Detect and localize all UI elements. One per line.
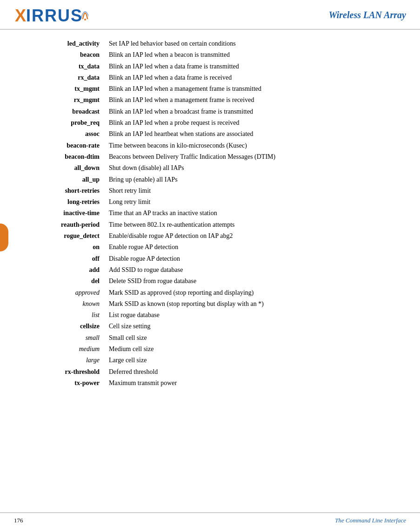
command-name: broadcast bbox=[14, 106, 107, 117]
command-description: Enable/disable rogue AP detection on IAP… bbox=[107, 230, 406, 242]
command-description: Shut down (disable) all IAPs bbox=[107, 162, 406, 174]
command-name: inactive-time bbox=[14, 208, 107, 219]
command-name: rx_data bbox=[14, 72, 107, 83]
table-row: onEnable rogue AP detection bbox=[14, 242, 406, 253]
svg-point-2 bbox=[84, 19, 86, 20]
table-row: reauth-periodTime between 802.1x re-auth… bbox=[14, 219, 406, 230]
command-name: approved bbox=[14, 287, 107, 298]
logo-area: X IRRUS bbox=[14, 5, 88, 25]
command-name: assoc bbox=[14, 129, 107, 140]
command-description: Blink an IAP led when a data frame is tr… bbox=[107, 61, 406, 72]
command-description: Blink an IAP led when a data frame is re… bbox=[107, 72, 406, 83]
command-name: beacon-dtim bbox=[14, 151, 107, 162]
command-name: rx_mgmt bbox=[14, 95, 107, 106]
table-row: rx_dataBlink an IAP led when a data fram… bbox=[14, 72, 406, 83]
command-name: cellsize bbox=[14, 321, 107, 332]
logo: X IRRUS bbox=[14, 5, 88, 25]
command-description: Blink an IAP led when a probe request is… bbox=[107, 117, 406, 129]
command-name: add bbox=[14, 264, 107, 276]
command-name: probe_req bbox=[14, 117, 107, 129]
command-description: Small cell size bbox=[107, 332, 406, 344]
table-row: rogue_detectEnable/disable rogue AP dete… bbox=[14, 230, 406, 242]
table-row: smallSmall cell size bbox=[14, 332, 406, 344]
table-row: short-retriesShort retry limit bbox=[14, 185, 406, 196]
table-row: knownMark SSID as known (stop reporting … bbox=[14, 298, 406, 310]
command-name: short-retries bbox=[14, 185, 107, 196]
page-number: 176 bbox=[14, 517, 23, 524]
command-name: led_activity bbox=[14, 38, 107, 49]
table-row: mediumMedium cell size bbox=[14, 344, 406, 355]
command-name: beacon-rate bbox=[14, 140, 107, 151]
command-name: off bbox=[14, 253, 107, 264]
command-description: Delete SSID from rogue database bbox=[107, 276, 406, 287]
svg-text:X: X bbox=[15, 6, 26, 25]
command-description: Set IAP led behavior based on certain co… bbox=[107, 38, 406, 49]
command-description: Cell size setting bbox=[107, 321, 406, 332]
command-description: Bring up (enable) all IAPs bbox=[107, 174, 406, 185]
table-row: assocBlink an IAP led heartbeat when sta… bbox=[14, 129, 406, 140]
table-row: broadcastBlink an IAP led when a broadca… bbox=[14, 106, 406, 117]
table-row: cellsizeCell size setting bbox=[14, 321, 406, 332]
command-name: tx-power bbox=[14, 378, 107, 389]
command-name: reauth-period bbox=[14, 219, 107, 230]
command-name: del bbox=[14, 276, 107, 287]
command-description: Mark SSID as known (stop reporting but d… bbox=[107, 298, 406, 310]
command-name: all_up bbox=[14, 174, 107, 185]
table-row: approvedMark SSID as approved (stop repo… bbox=[14, 287, 406, 298]
table-row: rx-thresholdDeferred threshold bbox=[14, 366, 406, 378]
command-description: Time that an AP tracks an inactive stati… bbox=[107, 208, 406, 219]
table-row: tx_mgmtBlink an IAP led when a managemen… bbox=[14, 83, 406, 95]
command-description: Blink an IAP led when a broadcast frame … bbox=[107, 106, 406, 117]
command-description: Beacons between Delivery Traffic Indicat… bbox=[107, 151, 406, 162]
command-description: Disable rogue AP detection bbox=[107, 253, 406, 264]
table-row: inactive-timeTime that an AP tracks an i… bbox=[14, 208, 406, 219]
page-footer: 176 The Command Line Interface bbox=[0, 512, 420, 528]
side-tab bbox=[0, 223, 8, 251]
table-row: largeLarge cell size bbox=[14, 355, 406, 366]
command-description: Deferred threshold bbox=[107, 366, 406, 378]
command-description: Blink an IAP led when a management frame… bbox=[107, 83, 406, 95]
command-description: Blink an IAP led when a beacon is transm… bbox=[107, 49, 406, 61]
command-name: long-retries bbox=[14, 196, 107, 208]
svg-text:IRRUS: IRRUS bbox=[26, 6, 83, 25]
table-row: listList rogue database bbox=[14, 310, 406, 321]
command-name: large bbox=[14, 355, 107, 366]
table-row: probe_reqBlink an IAP led when a probe r… bbox=[14, 117, 406, 129]
command-description: Maximum transmit power bbox=[107, 378, 406, 389]
command-name: on bbox=[14, 242, 107, 253]
command-description: Blink an IAP led heartbeat when stations… bbox=[107, 129, 406, 140]
command-description: Enable rogue AP detection bbox=[107, 242, 406, 253]
command-description: Time between 802.1x re-authentication at… bbox=[107, 219, 406, 230]
table-row: tx_dataBlink an IAP led when a data fram… bbox=[14, 61, 406, 72]
footer-section-title: The Command Line Interface bbox=[335, 517, 406, 524]
page-title: Wireless LAN Array bbox=[329, 10, 406, 20]
command-name: tx_mgmt bbox=[14, 83, 107, 95]
table-row: beaconBlink an IAP led when a beacon is … bbox=[14, 49, 406, 61]
command-description: List rogue database bbox=[107, 310, 406, 321]
command-description: Time between beacons in kilo-microsecond… bbox=[107, 140, 406, 151]
command-description: Large cell size bbox=[107, 355, 406, 366]
table-row: beacon-dtimBeacons between Delivery Traf… bbox=[14, 151, 406, 162]
main-content: led_activitySet IAP led behavior based o… bbox=[0, 30, 420, 417]
command-name: rogue_detect bbox=[14, 230, 107, 242]
table-row: offDisable rogue AP detection bbox=[14, 253, 406, 264]
command-name: small bbox=[14, 332, 107, 344]
table-row: long-retriesLong retry limit bbox=[14, 196, 406, 208]
table-row: beacon-rateTime between beacons in kilo-… bbox=[14, 140, 406, 151]
command-description: Medium cell size bbox=[107, 344, 406, 355]
page-header: X IRRUS Wireless LAN Array bbox=[0, 0, 420, 30]
table-row: all_downShut down (disable) all IAPs bbox=[14, 162, 406, 174]
command-name: tx_data bbox=[14, 61, 107, 72]
command-name: rx-threshold bbox=[14, 366, 107, 378]
command-table: led_activitySet IAP led behavior based o… bbox=[14, 38, 406, 389]
command-description: Add SSID to rogue database bbox=[107, 264, 406, 276]
table-row: led_activitySet IAP led behavior based o… bbox=[14, 38, 406, 49]
table-row: delDelete SSID from rogue database bbox=[14, 276, 406, 287]
command-description: Blink an IAP led when a management frame… bbox=[107, 95, 406, 106]
table-row: rx_mgmtBlink an IAP led when a managemen… bbox=[14, 95, 406, 106]
table-row: tx-powerMaximum transmit power bbox=[14, 378, 406, 389]
command-name: beacon bbox=[14, 49, 107, 61]
command-name: known bbox=[14, 298, 107, 310]
table-row: addAdd SSID to rogue database bbox=[14, 264, 406, 276]
xirrus-logo-svg: X IRRUS bbox=[14, 5, 88, 25]
